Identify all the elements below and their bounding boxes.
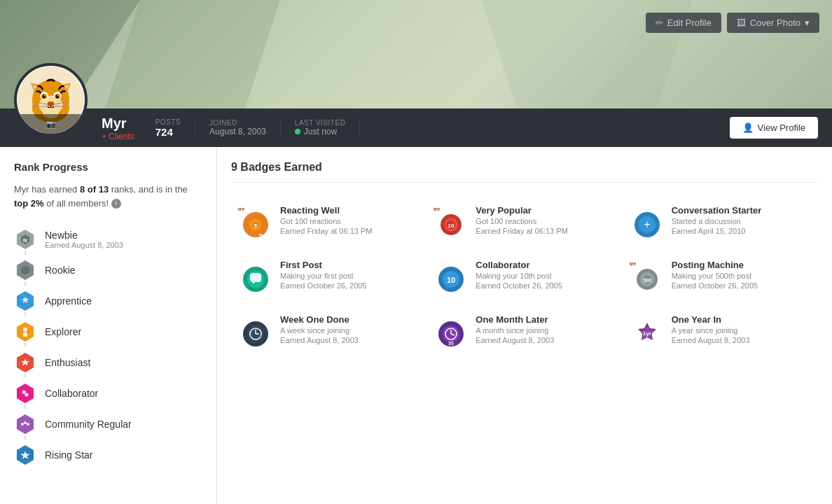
svg-point-31 xyxy=(27,423,29,426)
badge-item-conversation-starter: + Conversation Starter Started a discuss… xyxy=(623,195,818,250)
badge-item-week-one-done: Week One Done A week since joining Earne… xyxy=(231,304,427,359)
svg-text:10: 10 xyxy=(447,276,455,284)
last-visited-value: Just now xyxy=(304,127,337,136)
username-block: Myr Clients xyxy=(102,115,134,141)
svg-text:1yr: 1yr xyxy=(643,330,651,337)
info-icon[interactable]: i xyxy=(111,199,121,209)
badge-icon-conversation-starter: + xyxy=(630,205,665,240)
user-tag: Clients xyxy=(102,132,134,141)
badge-icon-first-post xyxy=(238,260,273,295)
badge-info-one-month-later: One Month Later A month since joining Ea… xyxy=(476,314,615,344)
badge-icon-week-one-done xyxy=(238,314,273,349)
badge-info-collaborator-badge: Collaborator Making your 10th post Earne… xyxy=(476,260,615,290)
svg-text:30: 30 xyxy=(448,341,454,346)
rank-icon-explorer xyxy=(14,321,36,343)
badge-icon-very-popular: rare 10 xyxy=(434,205,469,240)
svg-point-24 xyxy=(23,328,27,332)
rank-item-explorer: Explorer xyxy=(14,316,202,347)
rank-item-rookie: Rookie xyxy=(14,255,202,286)
badge-info-week-one-done: Week One Done A week since joining Earne… xyxy=(280,314,420,344)
rank-name-explorer: Explorer xyxy=(45,326,81,337)
svg-point-12 xyxy=(43,94,46,98)
rank-item-rising-star: Rising Star xyxy=(14,440,202,470)
svg-text:10: 10 xyxy=(448,223,455,229)
badge-item-one-month-later: 30 One Month Later A month since joining… xyxy=(427,304,622,359)
person-icon: 👤 xyxy=(742,122,754,133)
badge-item-posting-machine: rare 500 Posting Machine Making your 500… xyxy=(623,250,818,304)
rank-icon-rising-star xyxy=(14,444,36,466)
rank-icon-apprentice xyxy=(14,290,36,312)
rank-name-rising-star: Rising Star xyxy=(45,449,92,461)
svg-point-29 xyxy=(21,423,24,426)
posts-stat: POSTS 724 xyxy=(155,118,195,138)
svg-point-30 xyxy=(24,421,27,424)
rank-progress-sidebar: Rank Progress Myr has earned 8 of 13 ran… xyxy=(0,147,217,504)
rank-name-enthusiast: Enthusiast xyxy=(45,357,90,368)
badge-icon-one-month-later: 30 xyxy=(434,314,469,349)
rank-progress-title: Rank Progress xyxy=(14,161,202,173)
main-content: Rank Progress Myr has earned 8 of 13 ran… xyxy=(0,147,832,504)
svg-text:rare: rare xyxy=(238,206,244,211)
right-content: 9 Badges Earned rare 5 xyxy=(217,147,832,504)
svg-text:500: 500 xyxy=(643,278,651,283)
badge-info-posting-machine: Posting Machine Making your 500th post E… xyxy=(672,260,811,290)
rank-item-apprentice: Apprentice xyxy=(14,286,202,316)
view-profile-button[interactable]: 👤 View Profile xyxy=(730,117,818,139)
badge-info-very-popular: Very Popular Got 100 reactions Earned Fr… xyxy=(476,205,615,235)
rank-description: Myr has earned 8 of 13 ranks, and is in … xyxy=(14,183,202,210)
edit-icon: ✏ xyxy=(656,18,663,28)
badge-item-first-post: First Post Making your first post Earned… xyxy=(231,250,427,304)
svg-text:rare: rare xyxy=(630,261,636,266)
badges-title: 9 Badges Earned xyxy=(231,161,818,183)
edit-profile-button[interactable]: ✏ Edit Profile xyxy=(646,13,721,33)
profile-stats: POSTS 724 JOINED August 8, 2003 LAST VIS… xyxy=(155,118,361,138)
svg-point-14 xyxy=(44,95,46,97)
svg-text:rare: rare xyxy=(434,206,440,211)
last-visited-stat: LAST VISITED Just now xyxy=(281,119,361,136)
svg-point-13 xyxy=(56,94,60,98)
rank-icon-newbie: N xyxy=(14,228,36,251)
profile-bar: 📷 Myr Clients POSTS 724 JOINED August 8,… xyxy=(0,108,832,147)
rank-list: N Newbie Earned August 8, 2003 Rookie xyxy=(14,224,202,470)
username: Myr xyxy=(102,115,134,132)
rank-icon-enthusiast xyxy=(14,351,36,374)
badge-item-reacting-well: rare 5 5 Rea xyxy=(231,195,427,250)
svg-text:5: 5 xyxy=(259,232,263,239)
rank-icon-community-regular xyxy=(14,413,36,435)
svg-text:5: 5 xyxy=(254,223,258,229)
badge-item-very-popular: rare 10 Very Popular Got 100 reactions xyxy=(427,195,622,250)
image-icon: 🖼 xyxy=(737,18,746,28)
badge-info-one-year-in: One Year In A year since joining Earned … xyxy=(672,314,811,344)
rank-name-collaborator: Collaborator xyxy=(45,388,98,399)
rank-icon-rookie xyxy=(14,259,36,281)
svg-text:+: + xyxy=(644,218,650,230)
chevron-down-icon: ▾ xyxy=(805,18,810,28)
svg-rect-25 xyxy=(23,332,27,337)
avatar[interactable]: 📷 xyxy=(14,63,88,136)
rank-name-apprentice: Apprentice xyxy=(45,295,92,307)
svg-point-15 xyxy=(57,95,59,97)
badge-item-collaborator-badge: 10 Collaborator Making your 10th post Ea… xyxy=(427,250,622,304)
rank-item-newbie: N Newbie Earned August 8, 2003 xyxy=(14,224,202,255)
online-dot xyxy=(295,129,300,134)
header-action-buttons: ✏ Edit Profile 🖼 Cover Photo ▾ xyxy=(646,13,819,33)
cover-photo-button[interactable]: 🖼 Cover Photo ▾ xyxy=(727,13,819,33)
avatar-edit-overlay[interactable]: 📷 xyxy=(17,114,85,134)
svg-text:N: N xyxy=(23,237,27,244)
rank-name-community-regular: Community Regular xyxy=(45,419,132,430)
badge-icon-posting-machine: rare 500 xyxy=(630,260,665,295)
badge-icon-reacting-well: rare 5 5 xyxy=(238,205,273,240)
cover-photo-area: ✏ Edit Profile 🖼 Cover Photo ▾ xyxy=(0,0,832,108)
badges-section: 9 Badges Earned rare 5 xyxy=(217,147,832,504)
badge-info-conversation-starter: Conversation Starter Started a discussio… xyxy=(672,205,811,235)
rank-icon-collaborator xyxy=(14,382,36,405)
badge-icon-one-year-in: 1yr xyxy=(630,314,665,349)
badge-info-reacting-well: Reacting Well Got 100 reactions Earned F… xyxy=(280,205,420,235)
svg-point-16 xyxy=(48,102,55,106)
badges-grid: rare 5 5 Rea xyxy=(231,195,818,359)
rank-item-enthusiast: Enthusiast xyxy=(14,347,202,378)
rank-item-collaborator: Collaborator xyxy=(14,378,202,409)
rank-name-rookie: Rookie xyxy=(45,265,76,276)
joined-stat: JOINED August 8, 2003 xyxy=(195,119,281,136)
rank-item-community-regular: Community Regular xyxy=(14,409,202,440)
